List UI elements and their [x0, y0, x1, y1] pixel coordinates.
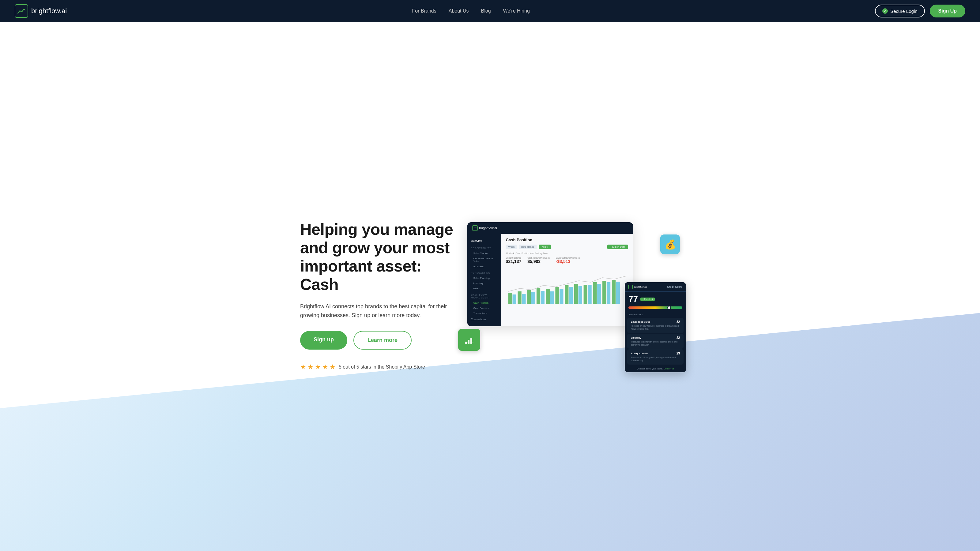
sidebar-connections[interactable]: Connections — [467, 316, 501, 322]
dash-filters: Week Date Range Apply ↑ Export Data — [506, 245, 628, 249]
hero-section: Helping you manage and grow your most im… — [0, 22, 980, 551]
nav-links: For Brands About Us Blog We're Hiring — [412, 8, 530, 14]
svg-rect-0 — [508, 293, 512, 304]
dash-main-content: Cash Position Week Date Range Apply ↑ Ex… — [501, 234, 633, 326]
svg-rect-9 — [593, 282, 597, 304]
sidebar-sales-tracker[interactable]: Sales Tracker — [467, 251, 501, 256]
svg-rect-13 — [522, 294, 525, 304]
logo-text: brightflow.ai — [31, 7, 67, 15]
sidebar-cash-position[interactable]: Cash Position — [467, 300, 501, 305]
cs-gauge-indicator — [667, 306, 671, 310]
navbar: brightflow.ai For Brands About Us Blog W… — [0, 0, 980, 22]
cs-factors-title: Score factors — [625, 312, 686, 317]
cs-gauge-bar — [628, 306, 682, 309]
signup-hero-button[interactable]: Sign up — [300, 331, 347, 349]
cs-factor-3: Ability to scale 23 Focuses on future gr… — [627, 349, 684, 365]
chart-float-icon — [458, 329, 480, 351]
hero-buttons: Sign up Learn more — [300, 331, 460, 349]
learn-more-button[interactable]: Learn more — [353, 331, 412, 349]
svg-rect-15 — [541, 291, 544, 304]
svg-rect-18 — [569, 287, 573, 304]
dashboard-mockup: 💰 brightflow.ai Overview Profitabil — [467, 222, 680, 369]
svg-rect-21 — [597, 284, 601, 304]
logo-link[interactable]: brightflow.ai — [15, 4, 67, 18]
sidebar-overview[interactable]: Overview — [467, 238, 501, 244]
star-3: ★ — [315, 363, 321, 371]
export-btn[interactable]: ↑ Export Data — [607, 245, 628, 249]
dash-logo: brightflow.ai — [472, 225, 497, 231]
star-4: ★ — [322, 363, 328, 371]
sidebar-sales-planning[interactable]: Sales Planning — [467, 275, 501, 281]
svg-rect-7 — [574, 284, 578, 304]
dashboard-main-card: brightflow.ai Overview Profitability Sal… — [467, 222, 633, 326]
cs-score-row: 77 + Excellent — [625, 292, 686, 306]
sidebar-goals[interactable]: Goals — [467, 286, 501, 291]
dash-sidebar: Overview Profitability Sales Tracker Cus… — [467, 234, 501, 326]
dashboard-body: Overview Profitability Sales Tracker Cus… — [467, 234, 633, 326]
svg-rect-1 — [517, 291, 521, 304]
cs-score: 77 — [628, 294, 638, 304]
svg-rect-6 — [565, 285, 568, 304]
svg-rect-11 — [612, 280, 615, 304]
sidebar-inventory[interactable]: Inventory — [467, 281, 501, 286]
cs-logo: brightflow.ai — [628, 285, 647, 289]
cs-logo-icon — [628, 285, 633, 289]
secure-login-button[interactable]: ✓ Secure Login — [875, 5, 924, 17]
cs-factor-3-header: Ability to scale 23 — [631, 352, 680, 355]
signup-nav-button[interactable]: Sign Up — [930, 5, 965, 17]
sidebar-transactions[interactable]: Transactions — [467, 311, 501, 316]
star-2: ★ — [307, 363, 313, 371]
sidebar-section-profitability: Profitability — [467, 244, 501, 251]
filter-date[interactable]: Date Range — [519, 245, 537, 249]
dash-chart-title: Cash Position — [506, 238, 628, 242]
svg-rect-5 — [555, 287, 559, 304]
chart-subtitle: 12 Week | Cash Position from Banking Dat… — [506, 252, 628, 254]
shield-icon: ✓ — [882, 8, 888, 14]
hero-left: Helping you manage and grow your most im… — [300, 221, 460, 371]
svg-rect-14 — [531, 292, 535, 304]
credit-score-card: brightflow.ai Credit Score 77 + Excellen… — [625, 282, 686, 372]
hero-headline: Helping you manage and grow your most im… — [300, 221, 460, 294]
sidebar-cash-forecast[interactable]: Cash Forecast — [467, 305, 501, 311]
svg-rect-12 — [512, 294, 516, 304]
metric-outflows: Cash Outflows this Week -$3,513 — [556, 257, 580, 264]
svg-rect-16 — [550, 291, 554, 304]
svg-rect-4 — [546, 289, 549, 304]
cs-factor-1: Embedded value 32 Focuses on how fast yo… — [627, 318, 684, 333]
star-5: ★ — [329, 363, 336, 371]
nav-actions: ✓ Secure Login Sign Up — [875, 5, 965, 17]
svg-rect-19 — [578, 286, 582, 304]
nav-for-brands[interactable]: For Brands — [412, 8, 436, 13]
nav-hiring[interactable]: We're Hiring — [503, 8, 530, 13]
logo-icon — [15, 4, 28, 18]
svg-rect-2 — [527, 290, 531, 304]
hero-subtext: Brightflow AI connects top brands to the… — [300, 302, 460, 320]
cs-card-title: Credit Score — [667, 285, 682, 288]
star-1: ★ — [300, 363, 306, 371]
cs-contact-link[interactable]: Contact us — [663, 368, 674, 370]
star-rating: ★ ★ ★ ★ ★ — [300, 363, 336, 371]
sidebar-section-forecasting: Forecasting — [467, 269, 501, 275]
dash-logo-text: brightflow.ai — [479, 226, 497, 230]
svg-rect-20 — [588, 285, 591, 304]
cs-factor-2-header: Liquidity 22 — [631, 336, 680, 340]
svg-rect-25 — [468, 340, 469, 344]
filter-week[interactable]: Week — [506, 245, 517, 249]
cs-badge: + Excellent — [640, 297, 654, 301]
metric-balance: Current Balance $21,137 — [506, 257, 522, 264]
filter-apply[interactable]: Apply — [539, 245, 551, 249]
dashboard-header: brightflow.ai — [467, 222, 633, 234]
sidebar-ad-spend[interactable]: Ad Spend — [467, 264, 501, 269]
svg-rect-10 — [602, 281, 606, 304]
nav-about-us[interactable]: About Us — [449, 8, 469, 13]
sidebar-clv[interactable]: Customer Lifetime Value — [467, 256, 501, 264]
nav-blog[interactable]: Blog — [481, 8, 491, 13]
dash-metrics: Current Balance $21,137 Cash Inflows thi… — [506, 257, 628, 264]
money-bag-icon: 💰 — [660, 235, 680, 254]
svg-rect-8 — [584, 285, 587, 304]
metric-inflows: Cash Inflows this Week $5,903 — [527, 257, 550, 264]
svg-rect-22 — [607, 282, 610, 304]
stars-row: ★ ★ ★ ★ ★ 5 out of 5 stars in the Shopif… — [300, 363, 460, 371]
stars-text: 5 out of 5 stars in the Shopify App Stor… — [339, 364, 425, 370]
cs-contact: Question about your score? Contact us — [625, 365, 686, 372]
